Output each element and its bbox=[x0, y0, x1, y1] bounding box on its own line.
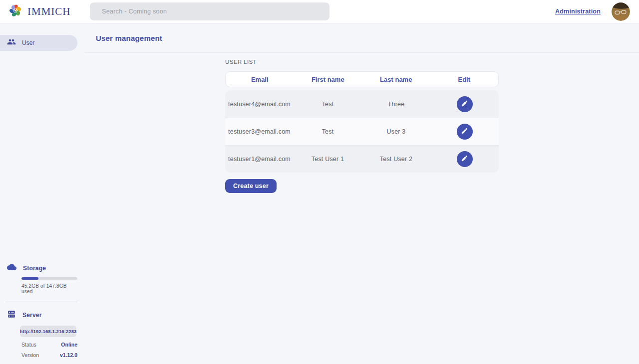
server-version-row: Version v1.12.0 bbox=[21, 352, 77, 358]
column-header-email: Email bbox=[226, 76, 294, 83]
brand: IMMICH bbox=[8, 3, 90, 20]
server-section-header: Server bbox=[0, 310, 77, 321]
user-avatar[interactable] bbox=[612, 2, 630, 21]
cloud-icon bbox=[7, 262, 16, 274]
server-dns-icon bbox=[7, 310, 16, 321]
cell-last-name: Three bbox=[362, 101, 430, 108]
user-list-section: USER LIST Email First name Last name Edi… bbox=[225, 53, 499, 193]
app-title: IMMICH bbox=[27, 5, 71, 18]
column-header-first-name: First name bbox=[294, 76, 362, 83]
users-group-icon bbox=[7, 37, 16, 48]
search-bar bbox=[90, 2, 329, 20]
sidebar: User Storage 45.2GB of 147.8GB used bbox=[0, 23, 85, 364]
storage-section-header: Storage bbox=[0, 262, 77, 274]
server-version-label: Version bbox=[21, 352, 39, 358]
sidebar-item-user-label: User bbox=[22, 39, 34, 46]
page-title-bar: User management bbox=[85, 23, 639, 53]
create-user-button[interactable]: Create user bbox=[225, 179, 277, 193]
page-title: User management bbox=[96, 34, 162, 42]
pencil-icon bbox=[461, 155, 468, 164]
server-status-row: Status Online bbox=[21, 342, 77, 348]
pencil-icon bbox=[461, 100, 468, 109]
top-right-actions: Administration bbox=[555, 2, 631, 21]
server-title: Server bbox=[22, 312, 42, 319]
storage-progress-bar bbox=[21, 277, 77, 280]
server-url-badge: http://192.168.1.216:2283 bbox=[20, 326, 76, 337]
cell-first-name: Test bbox=[294, 128, 362, 135]
edit-user-button[interactable] bbox=[457, 151, 473, 167]
cell-first-name: Test bbox=[294, 101, 362, 108]
sidebar-divider bbox=[5, 302, 77, 302]
column-header-last-name: Last name bbox=[362, 76, 430, 83]
top-bar: IMMICH Administration bbox=[0, 0, 639, 23]
immich-admin-app: IMMICH Administration bbox=[0, 0, 639, 364]
content-area: User Storage 45.2GB of 147.8GB used bbox=[0, 23, 639, 364]
administration-link[interactable]: Administration bbox=[555, 8, 601, 15]
cell-first-name: Test User 1 bbox=[294, 156, 362, 163]
storage-progress-fill bbox=[21, 277, 38, 280]
search-input[interactable] bbox=[90, 2, 329, 20]
edit-user-button[interactable] bbox=[457, 124, 473, 140]
cell-last-name: User 3 bbox=[362, 128, 430, 135]
immich-flower-logo-icon bbox=[8, 3, 23, 20]
table-row: testuser1@email.com Test User 1 Test Use… bbox=[225, 145, 499, 173]
edit-user-button[interactable] bbox=[457, 96, 473, 112]
user-table-body: testuser4@email.com Test Three bbox=[225, 90, 499, 173]
storage-title: Storage bbox=[23, 265, 46, 272]
server-status-label: Status bbox=[21, 342, 36, 348]
sidebar-status-panel: Storage 45.2GB of 147.8GB used bbox=[0, 262, 77, 358]
user-table-header: Email First name Last name Edit bbox=[225, 71, 499, 87]
storage-usage-text: 45.2GB of 147.8GB used bbox=[21, 283, 77, 294]
table-row: testuser3@email.com Test User 3 bbox=[225, 118, 499, 145]
section-label: USER LIST bbox=[225, 59, 499, 65]
cell-email: testuser1@email.com bbox=[225, 156, 294, 163]
pencil-icon bbox=[461, 127, 468, 136]
cell-email: testuser3@email.com bbox=[225, 128, 294, 135]
cell-email: testuser4@email.com bbox=[225, 101, 294, 108]
main-panel: User management USER LIST Email First na… bbox=[85, 23, 639, 364]
sidebar-item-user[interactable]: User bbox=[0, 35, 77, 51]
table-row: testuser4@email.com Test Three bbox=[225, 90, 499, 118]
cell-last-name: Test User 2 bbox=[362, 156, 430, 163]
column-header-edit: Edit bbox=[430, 76, 499, 83]
server-status-value: Online bbox=[61, 342, 77, 348]
server-url: http://192.168.1.216:2283 bbox=[20, 329, 77, 334]
server-version-value: v1.12.0 bbox=[60, 352, 77, 358]
